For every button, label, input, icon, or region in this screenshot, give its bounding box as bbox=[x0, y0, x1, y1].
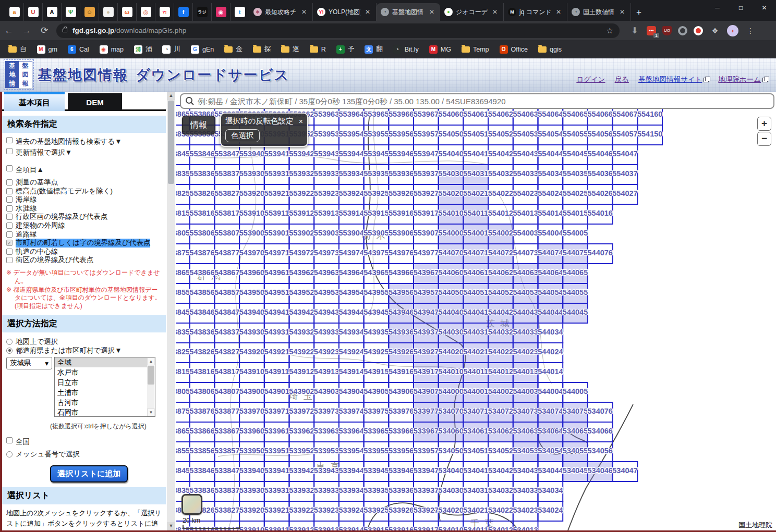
checkbox-unchecked[interactable] bbox=[6, 196, 13, 203]
recorder-idle-icon[interactable] bbox=[678, 26, 687, 35]
download-icon[interactable]: ⬇ bbox=[629, 25, 640, 36]
listbox-option[interactable]: 古河市 bbox=[55, 398, 155, 407]
extension-icon[interactable]: •••1 bbox=[647, 26, 656, 35]
radio-selected[interactable] bbox=[6, 348, 13, 354]
window-maximize-button[interactable]: □ bbox=[729, 0, 753, 16]
radio-unselected[interactable] bbox=[6, 339, 13, 345]
checkbox-row[interactable]: 建築物の外周線 bbox=[6, 221, 163, 230]
pinned-tab[interactable]: Ψ bbox=[62, 3, 80, 21]
bookmark-item[interactable]: Mgm bbox=[37, 45, 57, 54]
close-icon[interactable]: × bbox=[299, 117, 303, 126]
bookmark-item[interactable]: 巡 bbox=[281, 45, 299, 54]
pinned-tab[interactable]: ◉ bbox=[212, 3, 231, 21]
listbox-option[interactable]: 水戸市 bbox=[55, 367, 155, 377]
checkbox-row[interactable]: 水涯線 bbox=[6, 204, 163, 213]
tab[interactable]: Y!YOLP(地図)✕ bbox=[313, 3, 377, 21]
bookmark-item[interactable]: MMG bbox=[429, 45, 451, 54]
map-search-bar[interactable] bbox=[180, 93, 774, 109]
scrollbar-thumb[interactable] bbox=[168, 101, 174, 184]
bookmark-item[interactable]: R bbox=[310, 46, 326, 53]
listbox-option[interactable]: 日立市 bbox=[55, 378, 155, 388]
bookmark-item[interactable]: ◔Bit.ly bbox=[393, 45, 419, 54]
pinned-tab[interactable]: t bbox=[231, 3, 249, 21]
bookmark-item[interactable]: 6Cal bbox=[68, 45, 89, 54]
tab-active[interactable]: ◔基盤地図情✕ bbox=[377, 3, 440, 21]
checkbox-row[interactable]: 街区の境界線及び代表点 bbox=[6, 256, 163, 265]
tab-close-icon[interactable]: ✕ bbox=[618, 8, 626, 16]
scrollbar-thumb[interactable] bbox=[148, 366, 154, 385]
bookmark-star-icon[interactable]: ☆ bbox=[607, 26, 613, 35]
map-area[interactable]: 群 馬栃 木茨 城埼 玉東 京千 葉5538655538665538675539… bbox=[176, 92, 776, 530]
bookmark-item[interactable]: GgEn bbox=[191, 45, 214, 54]
bookmark-item[interactable]: qgis bbox=[538, 46, 562, 53]
pinned-tab[interactable]: ラジ bbox=[193, 3, 212, 21]
bookmark-item[interactable]: OOffice bbox=[500, 45, 528, 54]
url-text[interactable]: fgd.gsi.go.jp/download/mapGis.php bbox=[72, 27, 186, 34]
tab-dem[interactable]: DEM bbox=[68, 93, 122, 111]
bookmark-item[interactable]: 探 bbox=[253, 45, 271, 54]
bookmark-item[interactable]: Temp bbox=[462, 46, 489, 53]
address-bar[interactable]: fgd.gsi.go.jp/download/mapGis.php ☆ bbox=[56, 23, 620, 38]
bookmark-item[interactable]: ◉map bbox=[100, 45, 124, 54]
window-minimize-button[interactable]: ─ bbox=[706, 0, 729, 16]
checkbox-unchecked[interactable] bbox=[6, 231, 13, 238]
menu-kebab-icon[interactable]: ⋮ bbox=[745, 25, 756, 36]
forward-icon[interactable]: → bbox=[18, 26, 35, 36]
radio-row[interactable]: メッシュ番号で選択 bbox=[6, 450, 163, 459]
checkbox-unchecked[interactable] bbox=[6, 205, 13, 212]
radio-unselected[interactable] bbox=[6, 451, 13, 457]
tab-close-icon[interactable]: ✕ bbox=[554, 8, 563, 16]
tab[interactable]: ●ジオコーディン✕ bbox=[440, 3, 504, 21]
header-link[interactable]: 基盤地図情報サイト bbox=[638, 75, 709, 84]
tab-close-icon[interactable]: ✕ bbox=[491, 8, 499, 16]
listbox-scrollbar[interactable]: ▲ ▼ bbox=[147, 357, 155, 416]
checkbox-unchecked[interactable] bbox=[6, 179, 13, 185]
checkbox-unchecked[interactable] bbox=[6, 148, 13, 154]
reload-icon[interactable]: ⟳ bbox=[35, 25, 53, 36]
radio-row[interactable]: 都道府県または市区町村で選択▼ bbox=[6, 347, 163, 355]
zoom-in-button[interactable]: + bbox=[757, 117, 771, 131]
add-to-selection-button[interactable]: 選択リストに追加 bbox=[50, 465, 128, 482]
color-select-button[interactable]: 色選択 bbox=[225, 129, 260, 142]
listbox-option[interactable]: 土浦市 bbox=[55, 388, 155, 398]
checkbox-row[interactable]: 更新情報で選択▼ bbox=[6, 147, 163, 158]
window-close-button[interactable]: ✕ bbox=[753, 0, 776, 16]
profile-avatar[interactable]: ◗ bbox=[727, 25, 738, 36]
scroll-up-icon[interactable]: ▲ bbox=[147, 357, 155, 365]
bookmark-item[interactable]: 文翻 bbox=[365, 45, 383, 54]
checkbox-row[interactable]: 全項目▲ bbox=[6, 164, 163, 175]
bookmark-item[interactable]: 自 bbox=[8, 45, 27, 54]
pinned-tab[interactable]: Y! bbox=[155, 3, 174, 21]
tab[interactable]: ✱最短攻略チ✕ bbox=[249, 3, 313, 21]
zoom-out-button[interactable]: − bbox=[757, 132, 771, 146]
prefecture-select[interactable]: 茨城県▾ bbox=[6, 357, 52, 369]
pinned-tab[interactable]: f bbox=[174, 3, 193, 21]
tab-close-icon[interactable]: ✕ bbox=[300, 8, 308, 16]
tab-close-icon[interactable]: ✕ bbox=[363, 8, 372, 16]
pinned-tab[interactable]: a bbox=[5, 3, 24, 21]
tab-basic-items[interactable]: 基本項目 bbox=[4, 92, 65, 111]
checkbox-unchecked[interactable] bbox=[6, 188, 13, 194]
bookmark-item[interactable]: +予 bbox=[336, 45, 355, 54]
scroll-up-icon[interactable]: ▲ bbox=[167, 92, 175, 100]
checkbox-row[interactable]: 過去の基盤地図情報も検索する▼ bbox=[6, 136, 163, 147]
bookmark-item[interactable]: 浦浦 bbox=[134, 45, 152, 54]
checkbox-unchecked[interactable] bbox=[6, 257, 13, 263]
checkbox-unchecked[interactable] bbox=[6, 437, 13, 443]
checkbox-unchecked[interactable] bbox=[6, 214, 13, 220]
checkbox-row[interactable]: 道路縁 bbox=[6, 230, 163, 239]
pinned-tab[interactable]: U bbox=[24, 3, 43, 21]
bookmark-item[interactable]: ◔川 bbox=[162, 45, 180, 54]
overview-map-button[interactable] bbox=[181, 494, 202, 515]
scroll-down-icon[interactable]: ▼ bbox=[167, 522, 175, 530]
listbox-option[interactable]: 石岡市 bbox=[55, 407, 155, 417]
checkbox-row[interactable]: 行政区画の境界線及び代表点 bbox=[6, 213, 163, 221]
header-link[interactable]: 地理院ホーム bbox=[718, 75, 768, 84]
municipality-listbox[interactable]: 全域水戸市日立市土浦市古河市石岡市 ▲ ▼ bbox=[54, 357, 155, 417]
header-link[interactable]: ログイン bbox=[576, 75, 605, 84]
info-button[interactable]: 情報 bbox=[182, 116, 215, 134]
listbox-option[interactable]: 全域 bbox=[55, 357, 155, 367]
checkbox-row[interactable]: 測量の基準点 bbox=[6, 178, 163, 187]
pinned-tab[interactable]: ω bbox=[118, 3, 137, 21]
checkbox-unchecked[interactable] bbox=[6, 137, 13, 143]
